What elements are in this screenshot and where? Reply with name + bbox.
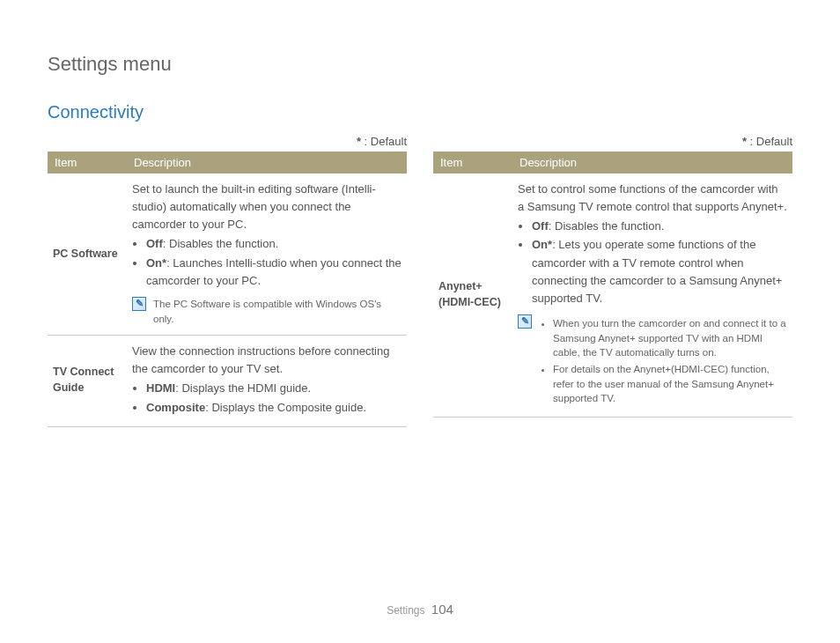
desc-pc-software: Set to launch the built-in editing softw… (127, 174, 407, 336)
left-column: * : Default Item Description PC Software… (48, 135, 407, 427)
option-list: Off: Disables the function. On*: Lets yo… (518, 218, 787, 307)
note-list: When you turn the camcorder on and conne… (539, 316, 787, 408)
table-row: Anynet+ (HDMI-CEC) Set to control some f… (433, 174, 792, 418)
note-icon: ✎ (518, 314, 532, 329)
page-number: 104 (431, 602, 453, 617)
col-item-header: Item (48, 152, 127, 174)
option-name: Off (532, 219, 549, 233)
option-text: : Disables the function. (549, 219, 665, 233)
right-column: * : Default Item Description Anynet+ (HD… (433, 135, 792, 427)
note-list-item: When you turn the camcorder on and conne… (553, 316, 787, 360)
footer-section: Settings (387, 604, 424, 617)
item-anynet: Anynet+ (HDMI-CEC) (433, 174, 512, 418)
default-label: : Default (361, 135, 407, 148)
left-table: Item Description PC Software Set to laun… (48, 152, 407, 427)
desc-anynet: Set to control some functions of the cam… (512, 174, 792, 418)
col-item-header: Item (433, 152, 512, 174)
intro-text: View the connection instructions before … (132, 344, 389, 375)
option-text: : Disables the function. (163, 237, 279, 250)
option-list: Off: Disables the function. On*: Launche… (132, 235, 402, 289)
section-title: Connectivity (48, 102, 792, 122)
note-row: ✎ When you turn the camcorder on and con… (518, 314, 787, 408)
option-list: HDMI: Displays the HDMI guide. Composite… (132, 380, 402, 416)
intro-text: Set to launch the built-in editing softw… (132, 182, 376, 231)
option-text: : Launches Intelli-studio when you conne… (146, 256, 402, 287)
default-label: : Default (747, 135, 792, 148)
option-name: Composite (146, 401, 205, 414)
list-item: HDMI: Displays the HDMI guide. (146, 380, 402, 397)
list-item: Off: Disables the function. (532, 218, 787, 235)
page-footer: Settings 104 (0, 602, 840, 617)
right-table: Item Description Anynet+ (HDMI-CEC) Set … (433, 152, 792, 418)
option-name: On* (146, 256, 166, 270)
option-name: Off (146, 237, 163, 250)
desc-tv-connect-guide: View the connection instructions before … (127, 336, 407, 427)
table-row: PC Software Set to launch the built-in e… (48, 174, 407, 336)
col-desc-header: Description (512, 152, 792, 174)
list-item: Off: Disables the function. (146, 235, 402, 253)
option-text: : Displays the Composite guide. (205, 401, 366, 414)
option-name: On* (532, 238, 552, 251)
list-item: Composite: Displays the Composite guide. (146, 399, 402, 417)
note-icon: ✎ (132, 297, 146, 311)
intro-text: Set to control some functions of the cam… (518, 182, 787, 213)
default-note-left: * : Default (48, 135, 407, 148)
note-text: The PC Software is compatible with Windo… (153, 297, 402, 326)
content-columns: * : Default Item Description PC Software… (48, 135, 792, 427)
item-pc-software: PC Software (48, 174, 127, 336)
list-item: On*: Launches Intelli-studio when you co… (146, 255, 402, 290)
item-tv-connect-guide: TV Connect Guide (48, 336, 127, 427)
option-name: HDMI (146, 381, 175, 395)
note-row: ✎ The PC Software is compatible with Win… (132, 297, 402, 326)
default-note-right: * : Default (433, 135, 792, 148)
col-desc-header: Description (127, 152, 407, 174)
table-row: TV Connect Guide View the connection ins… (48, 336, 407, 427)
page-title: Settings menu (48, 53, 792, 76)
option-text: : Lets you operate some functions of the… (532, 238, 782, 304)
option-text: : Displays the HDMI guide. (175, 381, 311, 395)
note-list-item: For details on the Anynet+(HDMI-CEC) fun… (553, 362, 787, 406)
list-item: On*: Lets you operate some functions of … (532, 236, 787, 307)
